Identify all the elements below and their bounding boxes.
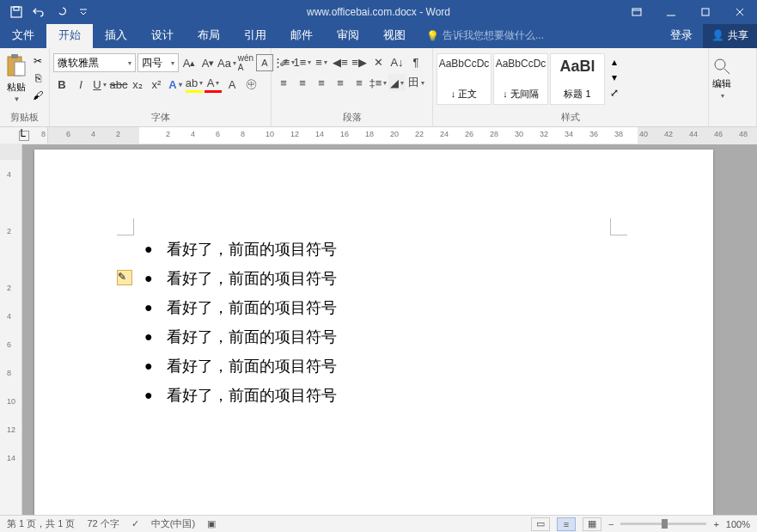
svg-point-7 bbox=[715, 59, 725, 70]
style-scroll-down-icon[interactable]: ▾ bbox=[607, 70, 622, 85]
document-page[interactable]: ✎ ●看好了，前面的项目符号 ●看好了，前面的项目符号 ●看好了，前面的项目符号… bbox=[34, 150, 713, 515]
format-painter-icon[interactable]: 🖌 bbox=[30, 88, 46, 103]
login-button[interactable]: 登录 bbox=[660, 22, 703, 48]
tab-references[interactable]: 引用 bbox=[232, 22, 278, 48]
strike-icon[interactable]: abc bbox=[110, 76, 127, 93]
increase-indent-icon[interactable]: ≡▶ bbox=[351, 53, 368, 70]
bullet-icon: ● bbox=[144, 358, 153, 374]
tab-mail[interactable]: 邮件 bbox=[278, 22, 325, 48]
font-size-combo[interactable]: 四号▾ bbox=[137, 53, 179, 72]
decrease-indent-icon[interactable]: ◀≡ bbox=[332, 53, 349, 70]
font-color-icon[interactable]: A▾ bbox=[205, 76, 222, 93]
list-item[interactable]: ●看好了，前面的项目符号 bbox=[144, 297, 565, 318]
zoom-out-icon[interactable]: − bbox=[608, 519, 614, 529]
char-border-icon[interactable]: A bbox=[256, 54, 273, 71]
tab-review[interactable]: 审阅 bbox=[325, 22, 371, 48]
person-icon: 👤 bbox=[711, 29, 724, 41]
read-mode-icon[interactable]: ▭ bbox=[531, 517, 550, 531]
zoom-in-icon[interactable]: + bbox=[713, 519, 718, 529]
style-normal[interactable]: AaBbCcDc↓ 正文 bbox=[436, 53, 491, 105]
style-expand-icon[interactable]: ⤢ bbox=[607, 85, 622, 101]
style-nospacing[interactable]: AaBbCcDc↓ 无间隔 bbox=[493, 53, 548, 105]
text-effects-icon[interactable]: A▾ bbox=[167, 76, 184, 93]
web-layout-icon[interactable]: ▦ bbox=[583, 517, 601, 531]
subscript-icon[interactable]: x₂ bbox=[129, 76, 146, 93]
sort-icon[interactable]: A↓ bbox=[388, 53, 406, 70]
align-center-icon[interactable]: ≡ bbox=[294, 74, 311, 91]
style-heading1[interactable]: AaBl标题 1 bbox=[550, 53, 605, 105]
text-direction-icon[interactable]: ✕ bbox=[369, 53, 387, 70]
italic-icon[interactable]: I bbox=[72, 76, 89, 93]
paste-button[interactable]: 粘贴 ▼ bbox=[3, 50, 28, 103]
distribute-icon[interactable]: ≡ bbox=[351, 74, 368, 91]
borders-icon[interactable]: 田▾ bbox=[407, 74, 424, 91]
print-layout-icon[interactable]: ≡ bbox=[557, 517, 576, 531]
bullet-icon: ● bbox=[144, 329, 153, 345]
svg-rect-5 bbox=[11, 54, 18, 58]
minimize-icon[interactable] bbox=[654, 0, 688, 24]
bullets-icon[interactable]: ⋮≡▾ bbox=[275, 53, 292, 70]
line-spacing-icon[interactable]: ‡≡▾ bbox=[369, 74, 387, 91]
share-button[interactable]: 👤共享 bbox=[703, 23, 757, 48]
status-page[interactable]: 第 1 页，共 1 页 bbox=[7, 517, 75, 530]
status-language[interactable]: 中文(中国) bbox=[151, 517, 195, 530]
editing-button[interactable]: 编辑 ▾ bbox=[712, 50, 731, 100]
align-right-icon[interactable]: ≡ bbox=[313, 74, 330, 91]
group-label-styles: 样式 bbox=[436, 110, 705, 125]
list-item[interactable]: ●看好了，前面的项目符号 bbox=[144, 239, 565, 260]
zoom-slider[interactable] bbox=[620, 523, 706, 525]
phonetic-guide-icon[interactable]: wénA bbox=[237, 54, 254, 71]
save-icon[interactable] bbox=[5, 0, 27, 24]
qat-customize-icon[interactable] bbox=[72, 0, 95, 24]
superscript-icon[interactable]: x² bbox=[148, 76, 165, 93]
list-item[interactable]: ●看好了，前面的项目符号 bbox=[144, 356, 565, 376]
tab-insert[interactable]: 插入 bbox=[93, 22, 139, 48]
macro-icon[interactable]: ▣ bbox=[207, 518, 216, 529]
align-left-icon[interactable]: ≡ bbox=[275, 74, 292, 91]
tab-file[interactable]: 文件 bbox=[0, 22, 46, 48]
status-words[interactable]: 72 个字 bbox=[87, 517, 119, 530]
bullet-icon: ● bbox=[144, 271, 153, 286]
font-name-combo[interactable]: 微软雅黑▾ bbox=[53, 53, 136, 72]
justify-icon[interactable]: ≡ bbox=[332, 74, 349, 91]
tab-view[interactable]: 视图 bbox=[371, 22, 418, 48]
tab-design[interactable]: 设计 bbox=[139, 22, 186, 48]
chevron-down-icon: ▾ bbox=[721, 92, 724, 100]
maximize-icon[interactable] bbox=[688, 0, 723, 24]
ribbon-display-icon[interactable] bbox=[620, 0, 654, 24]
numbering-icon[interactable]: 1≡▾ bbox=[294, 53, 311, 70]
tell-me-search[interactable]: 💡告诉我您想要做什么... bbox=[418, 23, 552, 48]
grow-font-icon[interactable]: A▴ bbox=[180, 54, 198, 71]
list-item[interactable]: ●看好了，前面的项目符号 bbox=[144, 327, 565, 347]
shading-icon[interactable]: ◢▾ bbox=[388, 74, 406, 91]
bold-icon[interactable]: B bbox=[53, 76, 70, 93]
tab-home[interactable]: 开始 bbox=[46, 22, 93, 48]
horizontal-ruler[interactable]: 8642246810121416182022242628303234363840… bbox=[48, 127, 757, 144]
char-shading-icon[interactable]: A bbox=[223, 76, 241, 93]
group-label-font: 字体 bbox=[53, 110, 267, 125]
highlight-icon[interactable]: ab▾ bbox=[186, 76, 203, 93]
cut-icon[interactable]: ✂ bbox=[30, 53, 46, 69]
style-gallery[interactable]: AaBbCcDc↓ 正文 AaBbCcDc↓ 无间隔 AaBl标题 1 bbox=[436, 53, 605, 105]
style-scroll-up-icon[interactable]: ▴ bbox=[607, 54, 622, 70]
multilevel-icon[interactable]: ≡▾ bbox=[313, 53, 330, 70]
group-label-editing bbox=[712, 123, 753, 125]
show-marks-icon[interactable]: ¶ bbox=[407, 53, 424, 70]
undo-icon[interactable] bbox=[27, 0, 50, 24]
chevron-down-icon: ▾ bbox=[128, 59, 131, 67]
margin-mark bbox=[117, 218, 134, 235]
copy-icon[interactable]: ⎘ bbox=[30, 70, 46, 86]
list-item[interactable]: ●看好了，前面的项目符号 bbox=[144, 385, 565, 406]
shrink-font-icon[interactable]: A▾ bbox=[199, 54, 217, 71]
change-case-icon[interactable]: Aa▾ bbox=[218, 54, 235, 71]
underline-icon[interactable]: U▾ bbox=[91, 76, 108, 93]
redo-icon[interactable] bbox=[50, 0, 72, 24]
tab-layout[interactable]: 布局 bbox=[186, 22, 232, 48]
list-item[interactable]: ●看好了，前面的项目符号 bbox=[144, 268, 565, 289]
comment-icon[interactable]: ✎ bbox=[117, 270, 132, 285]
close-icon[interactable] bbox=[723, 0, 757, 24]
zoom-level[interactable]: 100% bbox=[726, 519, 750, 529]
spellcheck-icon[interactable]: ✓ bbox=[131, 518, 139, 529]
enclose-char-icon[interactable]: ㊥ bbox=[242, 76, 259, 93]
vertical-ruler[interactable]: 4 2 2 4 6 8 10 12 14 bbox=[0, 144, 22, 515]
